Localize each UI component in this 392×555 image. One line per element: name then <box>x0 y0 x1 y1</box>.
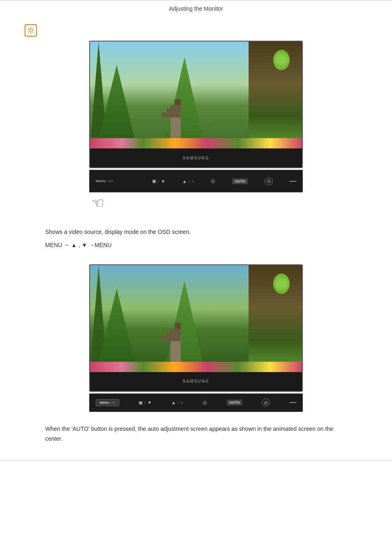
garden-image-1 <box>90 42 302 148</box>
settings-icon-2: ⊙ <box>203 400 207 406</box>
slash-2: / <box>178 400 179 405</box>
power-icon-1: ⏻ <box>267 179 271 183</box>
nav-down-2: ▼ <box>147 400 152 405</box>
circle-btn-1: ○ <box>191 179 194 184</box>
menu-sub-2: /IIII <box>111 401 115 405</box>
button-bar-2: MENU /IIII ▣ / ▼ ▲ / ○ ⊙ AUTO ⏻ <box>89 393 303 412</box>
section-icon-area <box>25 24 392 37</box>
first-monitor-section: SAMSUNG MENU /IIII ▣ / ▼ ▲ / ○ ⊙ <box>73 41 319 217</box>
nav-slash-2: / <box>144 400 145 405</box>
auto-label-1: AUTO <box>235 179 245 183</box>
circle-btn-2: ○ <box>180 400 183 405</box>
svg-line-5 <box>28 28 29 29</box>
menu-btn-highlighted[interactable]: MENU /IIII <box>96 399 119 406</box>
nav-btn-group-1: ▣ / ▼ <box>152 178 165 184</box>
svg-line-8 <box>28 32 29 33</box>
text-section-1: Shows a video source, display mode on th… <box>0 217 392 256</box>
nav-square-2: ▣ <box>138 400 143 405</box>
nav-down-1: ▼ <box>161 179 166 184</box>
brightness-icon-box <box>25 24 37 37</box>
hand-icon: ☞ <box>91 194 104 212</box>
samsung-logo-1: SAMSUNG <box>98 156 294 160</box>
description-1: Shows a video source, display mode on th… <box>45 227 347 236</box>
monitor-bottom-bar-1: SAMSUNG <box>90 148 302 167</box>
monitor-display-2: SAMSUNG <box>89 264 303 392</box>
menu-label-2: MENU <box>99 401 109 405</box>
nav-btn-group-2: ▣ / ▼ <box>138 400 152 405</box>
nav-slash-1: / <box>158 179 159 184</box>
slash-1: / <box>188 179 189 184</box>
svg-point-0 <box>29 29 32 32</box>
settings-btn-group-2: ⊙ <box>203 400 207 406</box>
minus-icon-2: — <box>290 399 296 406</box>
samsung-logo-2: SAMSUNG <box>98 379 294 384</box>
second-monitor-section: SAMSUNG MENU /IIII ▣ / ▼ ▲ / ○ ⊙ A <box>73 264 319 412</box>
minus-btn-1[interactable]: — <box>290 178 296 185</box>
settings-icon-1: ⊙ <box>211 178 215 184</box>
monitor-bottom-bar-2: SAMSUNG <box>90 372 302 391</box>
svg-line-7 <box>33 28 34 29</box>
nav-square-1: ▣ <box>152 178 156 184</box>
garden-image-2 <box>90 265 302 372</box>
hand-cursor-area: ☞ <box>89 192 303 217</box>
updown-btn-group-2: ▲ / ○ <box>171 400 183 405</box>
minus-btn-2[interactable]: — <box>290 399 296 406</box>
power-btn-2[interactable]: ⏻ <box>262 398 270 407</box>
menu-btn-group: MENU /IIII <box>96 179 113 183</box>
power-btn-1[interactable]: ⏻ <box>265 177 273 185</box>
page-title: Adjusting the Monitor <box>169 5 223 12</box>
up-btn-2: ▲ <box>171 400 176 405</box>
page-container: Adjusting the Monitor <box>0 0 392 555</box>
menu-sub-1: /IIII <box>108 179 114 183</box>
svg-line-6 <box>33 32 34 33</box>
menu-path-1: MENU → ▲ , ▼ →MENU <box>45 240 347 250</box>
bottom-description: When the 'AUTO' button is pressed, the a… <box>45 424 347 444</box>
button-bar-1: MENU /IIII ▣ / ▼ ▲ / ○ ⊙ AUTO ⏻ <box>89 170 303 192</box>
menu-label-1: MENU <box>96 179 106 183</box>
up-btn-1: ▲ <box>182 179 187 184</box>
power-icon-2: ⏻ <box>264 400 268 405</box>
minus-icon-1: — <box>290 178 296 185</box>
auto-btn-2[interactable]: AUTO <box>227 400 242 405</box>
auto-label-2: AUTO <box>229 400 240 405</box>
bottom-text-section: When the 'AUTO' button is pressed, the a… <box>0 412 392 452</box>
bottom-divider <box>0 460 392 460</box>
monitor-display-1: SAMSUNG <box>89 41 303 168</box>
settings-btn-group-1: ⊙ <box>211 178 215 184</box>
brightness-icon <box>27 27 35 34</box>
auto-btn-1[interactable]: AUTO <box>232 178 247 184</box>
header-bar: Adjusting the Monitor <box>0 0 392 16</box>
updown-btn-group-1: ▲ / ○ <box>182 179 194 184</box>
